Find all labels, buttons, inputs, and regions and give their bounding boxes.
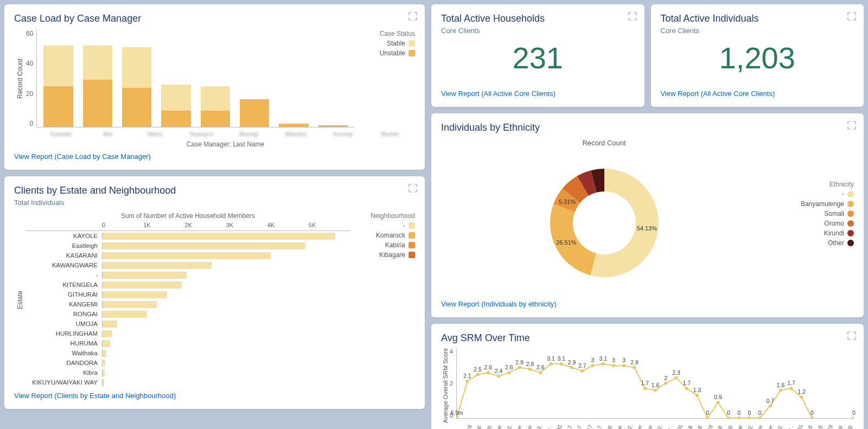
data-point[interactable] — [560, 362, 563, 366]
data-point[interactable] — [476, 373, 480, 376]
y-axis-label: Average Overall SRM Score — [441, 348, 450, 423]
bar-segment[interactable] — [201, 111, 230, 127]
legend-item[interactable]: Oromo — [783, 220, 854, 227]
data-label: 1.6 — [652, 382, 660, 388]
data-point[interactable] — [654, 388, 657, 392]
data-point[interactable] — [487, 371, 490, 374]
y-axis-ticks: 6040200 — [26, 30, 36, 127]
data-point[interactable] — [748, 417, 751, 418]
data-point[interactable] — [549, 362, 552, 366]
bar-segment[interactable] — [103, 252, 271, 259]
data-label: 2.8 — [526, 361, 534, 367]
data-point[interactable] — [737, 417, 741, 418]
bar-segment[interactable] — [103, 262, 212, 269]
bar-segment[interactable] — [103, 272, 187, 279]
data-point[interactable] — [518, 366, 521, 369]
donut-value-label: Record Count — [441, 139, 767, 147]
data-label: 2 — [664, 375, 667, 381]
bar-segment[interactable] — [240, 99, 269, 127]
data-point[interactable] — [612, 364, 615, 367]
view-report-link[interactable]: View Report (All Active Core Clients) — [441, 89, 556, 98]
legend-item[interactable]: Kabiria — [355, 241, 415, 249]
bar-segment[interactable] — [279, 124, 308, 127]
data-label: 0 — [748, 409, 751, 416]
bar-segment[interactable] — [122, 88, 151, 127]
data-label: 2.3 — [672, 369, 680, 376]
bar-segment[interactable] — [103, 340, 110, 347]
bar-segment[interactable] — [103, 281, 182, 289]
card-ethnicity: Individuals by Ethnicity Record Count 54… — [431, 113, 864, 317]
data-point[interactable] — [789, 387, 793, 390]
bar-segment[interactable] — [161, 85, 190, 111]
expand-icon[interactable] — [409, 12, 417, 21]
data-label: 2.7 — [578, 362, 586, 369]
data-point[interactable] — [633, 366, 636, 369]
bar-segment[interactable] — [103, 233, 335, 240]
data-point[interactable] — [465, 380, 469, 383]
bar-segment[interactable] — [103, 311, 147, 318]
bar-segment[interactable] — [122, 47, 151, 88]
bar-segment[interactable] — [103, 360, 105, 367]
legend-item[interactable]: - — [783, 190, 854, 198]
bar-segment[interactable] — [103, 301, 157, 308]
expand-icon[interactable] — [847, 331, 856, 340]
bar-segment[interactable] — [43, 46, 73, 86]
dashboard: Case Load by Case Manager Record Count 6… — [4, 4, 864, 429]
bar-segment[interactable] — [103, 330, 112, 337]
bar-segment[interactable] — [103, 369, 105, 376]
bar-segment[interactable] — [318, 125, 348, 127]
expand-icon[interactable] — [409, 184, 417, 193]
data-point[interactable] — [779, 388, 782, 392]
data-point[interactable] — [580, 369, 584, 373]
legend-item[interactable]: Komarock — [355, 232, 415, 239]
bar-segment[interactable] — [83, 80, 112, 127]
data-point[interactable] — [602, 362, 605, 366]
y-axis-label: Estate — [14, 212, 26, 387]
bar-segment[interactable] — [103, 242, 305, 249]
legend-item[interactable]: Unstable — [361, 49, 415, 57]
legend-item[interactable]: Other — [783, 239, 854, 247]
legend-item[interactable]: Banyamulenge — [783, 200, 854, 208]
data-point[interactable] — [685, 387, 688, 390]
expand-icon[interactable] — [847, 121, 856, 130]
hbar-row: HURLINGHAM — [26, 329, 350, 338]
hbar-row: KITENGELA — [26, 280, 350, 290]
data-point[interactable] — [800, 395, 803, 399]
bar-segment[interactable] — [103, 291, 167, 298]
data-point[interactable] — [570, 366, 573, 369]
expand-icon[interactable] — [847, 12, 856, 21]
expand-icon[interactable] — [628, 12, 637, 21]
data-point[interactable] — [507, 371, 510, 374]
bar-segment[interactable] — [83, 46, 112, 80]
hbar-row: Kibra — [26, 368, 350, 377]
view-report-link[interactable]: View Report (All Active Core Clients) — [661, 89, 775, 98]
legend-item[interactable]: Somali — [783, 210, 854, 217]
bar-segment[interactable] — [103, 350, 106, 357]
donut-chart: 54.13%26.51%5.31% — [534, 147, 675, 288]
data-point[interactable] — [643, 387, 647, 390]
data-point[interactable] — [497, 375, 500, 378]
data-point[interactable] — [716, 401, 719, 404]
data-point[interactable] — [539, 371, 542, 374]
data-point[interactable] — [528, 368, 532, 371]
view-report-link[interactable]: View Report (Individuals by ethnicity) — [441, 300, 557, 308]
bar-segment[interactable] — [161, 111, 190, 127]
bar-segment[interactable] — [43, 86, 73, 127]
bar-segment[interactable] — [201, 86, 230, 111]
data-point[interactable] — [695, 394, 699, 397]
view-report-link[interactable]: View Report (Clients by Estate and Neigh… — [14, 392, 176, 400]
data-point[interactable] — [769, 404, 772, 407]
data-point[interactable] — [852, 417, 854, 418]
data-point[interactable] — [674, 376, 678, 380]
legend-item[interactable]: Kirundi — [783, 229, 854, 237]
legend-item[interactable]: Stable — [361, 40, 415, 47]
bar-segment[interactable] — [103, 321, 117, 328]
view-report-link[interactable]: View Report (Case Load by Case Manager) — [14, 152, 151, 161]
data-point[interactable] — [622, 364, 626, 367]
data-point[interactable] — [591, 364, 594, 367]
bar-segment[interactable] — [103, 379, 104, 386]
legend-item[interactable]: - — [355, 222, 415, 229]
legend-item[interactable]: Kibagare — [355, 251, 415, 259]
data-point[interactable] — [664, 382, 667, 385]
data-point[interactable] — [457, 417, 458, 418]
